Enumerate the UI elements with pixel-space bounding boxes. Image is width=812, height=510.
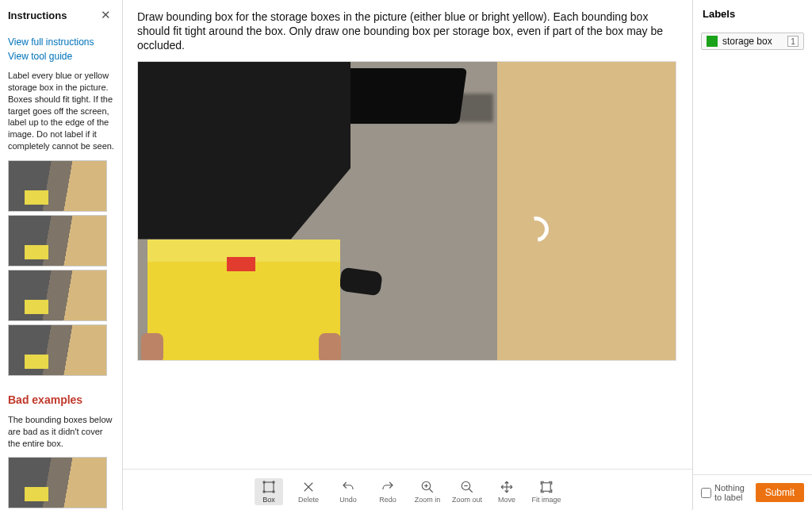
submit-button[interactable]: Submit <box>756 483 804 502</box>
tool-redo[interactable]: Redo <box>373 480 402 504</box>
nothing-to-label-checkbox[interactable] <box>701 488 711 498</box>
instructions-body: Label every blue or yellow storage box i… <box>8 70 114 152</box>
tool-delete[interactable]: Delete <box>294 480 323 504</box>
undo-icon <box>341 480 355 494</box>
image-hand-left <box>141 333 163 361</box>
labels-panel: Labels storage box 1 Nothing to label Su… <box>693 0 812 510</box>
instructions-header: Instructions ✕ <box>8 6 114 24</box>
example-thumb <box>8 324 107 376</box>
box-tool-icon <box>262 480 276 494</box>
tool-zoom-out-label: Zoom out <box>452 496 482 504</box>
view-tool-guide-link[interactable]: View tool guide <box>8 51 114 62</box>
zoom-out-icon <box>460 480 474 494</box>
label-color-swatch <box>707 36 718 47</box>
canvas-wrap <box>123 58 692 469</box>
annotation-image[interactable] <box>137 61 676 361</box>
main-canvas-area: Draw bounding box for the storage boxes … <box>123 0 693 510</box>
label-row-storage-box[interactable]: storage box 1 <box>701 33 804 50</box>
fit-image-icon <box>539 480 553 494</box>
tool-undo[interactable]: Undo <box>334 480 362 504</box>
svg-line-8 <box>429 489 433 493</box>
move-icon <box>500 480 514 494</box>
image-box-label <box>227 257 255 271</box>
close-icon[interactable]: ✕ <box>98 6 114 24</box>
tool-redo-label: Redo <box>379 496 396 504</box>
labels-title: Labels <box>693 0 812 33</box>
tool-move[interactable]: Move <box>492 480 521 504</box>
nothing-to-label[interactable]: Nothing to label <box>701 483 749 502</box>
view-full-instructions-link[interactable]: View full instructions <box>8 36 114 48</box>
delete-icon <box>301 480 316 494</box>
svg-line-12 <box>469 489 473 493</box>
example-thumb <box>8 215 107 267</box>
image-yellow-box <box>147 240 340 360</box>
tool-move-label: Move <box>498 496 515 504</box>
redo-icon <box>381 480 395 494</box>
label-name: storage box <box>722 36 783 47</box>
svg-rect-16 <box>542 482 551 491</box>
tool-box-label: Box <box>262 496 275 504</box>
bad-examples-title: Bad examples <box>8 393 114 406</box>
task-prompt: Draw bounding box for the storage boxes … <box>123 0 692 58</box>
example-thumb <box>8 270 107 321</box>
example-thumb <box>8 160 107 212</box>
nothing-to-label-text: Nothing to label <box>714 483 749 502</box>
tool-zoom-in-label: Zoom in <box>415 496 441 504</box>
tool-undo-label: Undo <box>339 496 357 504</box>
canvas-toolbar: Box Delete Undo Redo Zoom in Zoom out Mo… <box>123 469 692 510</box>
bad-example-thumb <box>8 457 107 508</box>
bad-examples-body: The bounding boxes below are bad as it d… <box>8 414 114 450</box>
tool-fit-image[interactable]: Fit image <box>532 480 561 504</box>
tool-fit-label: Fit image <box>532 496 561 504</box>
instructions-title: Instructions <box>8 10 67 21</box>
tool-box[interactable]: Box <box>255 478 283 505</box>
tool-delete-label: Delete <box>298 496 319 504</box>
labels-footer: Nothing to label Submit <box>693 474 812 510</box>
svg-rect-0 <box>264 482 274 492</box>
image-hand-right <box>319 333 341 361</box>
image-wood-panel <box>497 62 676 360</box>
tool-zoom-out[interactable]: Zoom out <box>453 480 481 504</box>
tool-zoom-in[interactable]: Zoom in <box>413 480 442 504</box>
zoom-in-icon <box>420 480 435 494</box>
instructions-panel: Instructions ✕ View full instructions Vi… <box>0 0 123 510</box>
label-shortcut-key: 1 <box>787 36 799 47</box>
